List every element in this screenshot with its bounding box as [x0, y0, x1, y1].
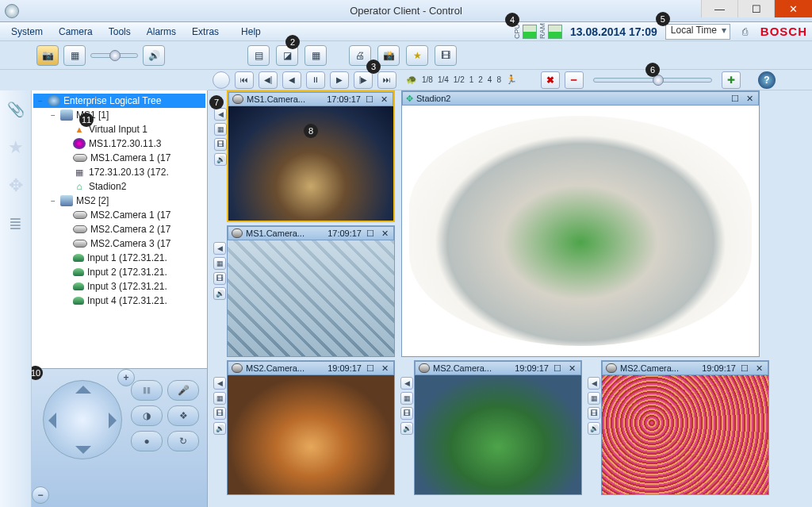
pane6-side3[interactable]: 🎞 — [588, 407, 600, 420]
expand-icon[interactable]: − — [49, 111, 57, 120]
expand-icon[interactable]: − — [36, 97, 44, 106]
tree-item[interactable]: Input 2 (172.31.21. — [33, 265, 205, 279]
image-pane-3[interactable]: MS2.Camera... 19:09:17 ☐ ✕ ◀ ▦ 🎞 🔊 — [227, 360, 395, 495]
pane5-close-button[interactable]: ✕ — [566, 363, 577, 374]
menu-camera[interactable]: Camera — [52, 25, 99, 39]
ptz-rec-button[interactable]: ● — [131, 431, 163, 451]
menu-alarms[interactable]: Alarms — [140, 25, 182, 39]
layout3-button[interactable]: ▦ — [304, 45, 327, 66]
ptz-loop-button[interactable]: ↻ — [167, 431, 199, 451]
map-max-button[interactable]: ☐ — [730, 93, 741, 104]
strip-compass-icon[interactable] — [5, 175, 27, 197]
pane6-side4[interactable]: 🔊 — [588, 422, 600, 435]
tree-item[interactable]: MS2.Camera 2 (17 — [33, 222, 205, 236]
ptz-zoom-out-button[interactable]: − — [32, 486, 49, 504]
step-fwd-button[interactable]: |▶ — [354, 71, 373, 89]
map-close-button[interactable]: ✕ — [744, 93, 755, 104]
image-pane-1[interactable]: MS1.Camera... 17:09:17 ☐ ✕ ◀ ▦ 🎞 🔊 8 — [227, 90, 395, 222]
ptz-right-button[interactable] — [109, 413, 117, 428]
pause-button[interactable]: ⏸ — [306, 71, 325, 89]
tree-item[interactable]: 172.31.20.13 (172. — [33, 165, 205, 179]
tree-item[interactable]: MS1.172.30.11.3 — [33, 136, 205, 151]
ptz-aux-button[interactable]: ❖ — [167, 405, 199, 426]
tree-item[interactable]: Stadion2 — [33, 179, 205, 194]
map-pane[interactable]: ✥ Stadion2 ☐ ✕ — [401, 90, 760, 357]
tree-item[interactable]: Input 3 (172.31.21. — [33, 279, 205, 294]
help-button[interactable]: ? — [758, 71, 776, 89]
tree-item[interactable]: Input 4 (172.31.21. — [33, 294, 205, 308]
expand-icon[interactable]: − — [49, 197, 57, 205]
ptz-left-button[interactable] — [48, 413, 56, 428]
play-back-button[interactable]: ◀ — [282, 71, 301, 89]
tree-root[interactable]: − Enterprise Logical Tree — [33, 94, 205, 108]
strip-list-icon[interactable] — [5, 213, 27, 235]
menu-help[interactable]: Help — [235, 25, 267, 39]
tree-item[interactable]: MS2.Camera 3 (17 — [33, 236, 205, 251]
tree-item[interactable]: MS1.Camera 1 (17 — [33, 151, 205, 165]
sequence-button[interactable]: 🎞 — [435, 45, 457, 66]
pane2-side1[interactable]: ◀ — [213, 242, 226, 255]
pane6-side1[interactable]: ◀ — [588, 377, 600, 390]
tree-item[interactable]: Input 1 (172.31.21. — [33, 251, 205, 265]
ptz-iris-button[interactable]: ◑ — [131, 405, 163, 426]
remove-pane-button[interactable]: ✖ — [541, 71, 560, 89]
pane3-max-button[interactable]: ☐ — [365, 363, 376, 374]
ptz-mic-button[interactable]: 🎤 — [167, 380, 199, 401]
pane3-side3[interactable]: 🎞 — [213, 407, 226, 420]
snapshot-button[interactable]: 📸 — [377, 45, 400, 66]
pane5-side1[interactable]: ◀ — [400, 377, 413, 390]
pane2-side2[interactable]: ▦ — [213, 257, 226, 270]
map-pane-header[interactable]: ✥ Stadion2 ☐ ✕ — [402, 91, 759, 106]
pane5-side4[interactable]: 🔊 — [400, 422, 413, 435]
collapse-pane-button[interactable]: ━ — [565, 71, 584, 89]
pane5-max-button[interactable]: ☐ — [552, 363, 563, 374]
strip-clip-icon[interactable]: 📎 — [5, 98, 27, 121]
pane3-side4[interactable]: 🔊 — [213, 422, 226, 435]
ptz-joystick[interactable] — [43, 380, 122, 459]
tree-item[interactable]: MS2.Camera 1 (17 — [33, 208, 205, 222]
pane1-close-button[interactable]: ✕ — [378, 94, 389, 105]
step-back-button[interactable]: ◀| — [259, 71, 278, 89]
skip-fwd-button[interactable]: ⏭ — [377, 71, 396, 89]
menu-extras[interactable]: Extras — [186, 25, 225, 39]
pane3-side1[interactable]: ◀ — [213, 377, 226, 390]
tree-item[interactable]: Virtual Input 1 — [33, 122, 205, 136]
printer-icon[interactable]: ⎙ — [738, 25, 753, 39]
pane3-side2[interactable]: ▦ — [213, 392, 226, 405]
timezone-select[interactable]: Local Time — [665, 24, 730, 40]
pane5-side3[interactable]: 🎞 — [400, 407, 413, 420]
pane6-close-button[interactable]: ✕ — [753, 363, 764, 374]
add-pane-button[interactable]: ✚ — [722, 71, 741, 89]
favorite-button[interactable]: ★ — [406, 45, 428, 66]
pane5-header[interactable]: MS2.Camera... 19:09:17 ☐ ✕ — [415, 361, 581, 375]
play-button[interactable]: ▶ — [330, 71, 349, 89]
menu-tools[interactable]: Tools — [102, 25, 137, 39]
pane6-side2[interactable]: ▦ — [588, 392, 600, 405]
pane1-side1[interactable]: ◀ — [214, 108, 227, 121]
image-pane-5[interactable]: MS2.Camera... 19:09:17 ☐ ✕ ◀ ▦ 🎞 🔊 — [414, 360, 582, 495]
pane2-max-button[interactable]: ☐ — [365, 228, 376, 239]
pane1-side3[interactable]: 🎞 — [214, 138, 227, 151]
layout1-button[interactable]: ▤ — [247, 45, 270, 66]
ptz-focus-near-button[interactable]: ⦀⦀ — [131, 380, 163, 401]
pane2-side3[interactable]: 🎞 — [213, 272, 226, 285]
ptz-down-button[interactable] — [75, 446, 91, 454]
close-button[interactable]: ✕ — [774, 0, 812, 17]
playback-button[interactable]: ▦ — [63, 45, 86, 66]
tree-item[interactable]: −MS1 [1] — [33, 108, 205, 122]
pane1-side4[interactable]: 🔊 — [214, 153, 227, 166]
pane1-max-button[interactable]: ☐ — [364, 94, 375, 105]
pane1-side2[interactable]: ▦ — [214, 123, 227, 136]
skip-back-button[interactable]: ⏮ — [235, 71, 254, 89]
pane2-close-button[interactable]: ✕ — [379, 228, 390, 239]
zoom-slider[interactable]: 6 — [593, 78, 712, 83]
pane3-close-button[interactable]: ✕ — [379, 363, 390, 374]
live-button[interactable]: 📷 — [36, 45, 59, 66]
minimize-button[interactable]: — — [701, 0, 737, 17]
tree-item[interactable]: −MS2 [2] — [33, 194, 205, 208]
pane6-max-button[interactable]: ☐ — [739, 363, 750, 374]
ptz-up-button[interactable] — [75, 386, 91, 394]
left-slider[interactable] — [90, 53, 138, 58]
image-pane-6[interactable]: MS2.Camera... 19:09:17 ☐ ✕ ◀ ▦ 🎞 🔊 — [601, 360, 769, 495]
pane1-header[interactable]: MS1.Camera... 17:09:17 ☐ ✕ — [228, 92, 393, 106]
